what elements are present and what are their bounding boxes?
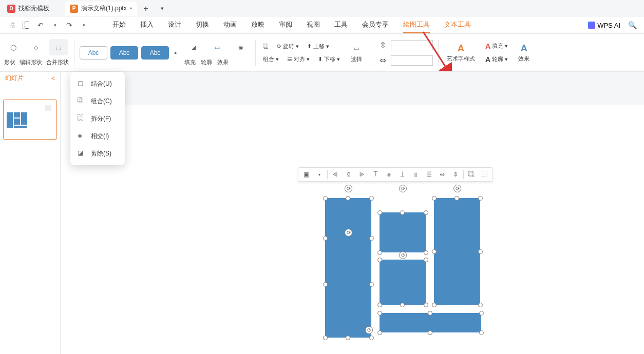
ribbon-tab-transition[interactable]: 切换 <box>196 17 209 33</box>
resize-handle[interactable] <box>478 249 483 254</box>
resize-handle[interactable] <box>400 303 405 307</box>
resize-handle[interactable] <box>432 196 437 201</box>
resize-handle[interactable] <box>323 196 328 201</box>
align-right-icon[interactable]: ⫸ <box>356 169 368 180</box>
move-down-button[interactable]: ⬇下移 ▾ <box>316 54 342 64</box>
merge-subtract[interactable]: ◪剪除(S) <box>70 145 125 162</box>
resize-handle[interactable] <box>323 282 328 287</box>
insert-shape-button[interactable]: ◯ <box>4 39 23 55</box>
ribbon-tab-animation[interactable]: 动画 <box>223 17 237 33</box>
text-effect-button[interactable]: A 效果 <box>515 41 533 65</box>
merge-intersect[interactable]: ◈相交(I) <box>70 127 125 145</box>
resize-handle[interactable] <box>369 336 374 340</box>
style-preset-3[interactable]: Abc <box>141 46 169 60</box>
ribbon-tab-review[interactable]: 审阅 <box>279 17 292 33</box>
redo-more-icon[interactable]: ▾ <box>78 19 89 31</box>
tab-presentation[interactable]: P 演示文稿(1).pptx • <box>65 2 137 16</box>
merge-combine[interactable]: ⿻组合(C) <box>70 92 125 110</box>
resize-handle[interactable] <box>369 282 374 287</box>
style-preset-1[interactable]: Abc <box>80 46 107 60</box>
ribbon-tab-view[interactable]: 视图 <box>307 17 320 33</box>
rotation-handle[interactable]: ⟳ <box>345 229 352 237</box>
same-height-icon[interactable]: ⇕ <box>450 169 461 180</box>
align-middle-v-icon[interactable]: ⟛ <box>383 169 394 180</box>
merge-shape-button[interactable]: ⬚ <box>49 39 68 55</box>
style-gallery-more[interactable]: ▸ <box>172 46 179 60</box>
resize-handle[interactable] <box>377 210 382 215</box>
resize-handle[interactable] <box>377 330 382 335</box>
shape-styles-gallery[interactable]: Abc Abc Abc ▸ <box>80 46 179 60</box>
align-button[interactable]: ☰对齐 ▾ <box>285 54 312 64</box>
text-outline-button[interactable]: A轮廓 ▾ <box>483 54 510 65</box>
align-bottom-icon[interactable]: ⟘ <box>396 169 408 180</box>
shape-fill-button[interactable]: ◢ <box>184 39 203 55</box>
resize-handle[interactable] <box>479 330 484 335</box>
ribbon-tab-tools[interactable]: 工具 <box>334 17 348 33</box>
shape-outline-button[interactable]: ▭ <box>208 39 226 55</box>
shape-rect-2[interactable] <box>380 212 426 252</box>
resize-handle[interactable] <box>479 311 484 316</box>
shape-effect-button[interactable]: ◉ <box>232 39 250 55</box>
resize-handle[interactable] <box>428 330 432 335</box>
new-tab-button[interactable]: + <box>138 2 154 16</box>
resize-handle[interactable] <box>346 196 350 201</box>
distribute-v-icon[interactable]: ☰ <box>423 169 434 180</box>
resize-handle[interactable] <box>323 336 328 340</box>
resize-handle[interactable] <box>428 311 432 316</box>
select-button[interactable]: ▭ 选择 <box>347 40 366 65</box>
resize-handle[interactable] <box>400 210 405 215</box>
rotation-handle[interactable]: ⟳ <box>345 185 352 192</box>
print-preview-icon[interactable]: ⿴ <box>21 19 32 31</box>
rotation-handle[interactable]: ⟳ <box>453 185 461 192</box>
resize-handle[interactable] <box>346 336 350 340</box>
slide-canvas[interactable]: ▣ ▾ ⫷ ⧲ ⫸ ⟙ ⟛ ⟘ ⫼ ☰ ⇔ ⇕ ⿻ ⿱ <box>61 72 644 354</box>
undo-more-icon[interactable]: ▾ <box>49 19 61 31</box>
rotation-handle[interactable]: ⟳ <box>399 185 407 192</box>
ribbon-tab-member[interactable]: 会员专享 <box>362 17 389 33</box>
search-icon[interactable]: 🔍 <box>627 19 638 31</box>
crop-icon[interactable]: ▣ <box>300 169 312 180</box>
ribbon-tab-design[interactable]: 设计 <box>168 17 181 33</box>
resize-handle[interactable] <box>323 236 328 241</box>
group-icon[interactable]: ⿻ <box>466 169 477 180</box>
resize-handle[interactable] <box>377 258 382 262</box>
slide-thumbnail-1[interactable] <box>3 100 57 140</box>
ribbon-tab-home[interactable]: 开始 <box>112 17 126 33</box>
same-width-icon[interactable]: ⇔ <box>437 169 448 180</box>
resize-handle[interactable] <box>424 250 428 255</box>
tab-menu-button[interactable]: ▾ <box>155 2 170 16</box>
print-icon[interactable]: 🖨 <box>6 19 17 31</box>
resize-handle[interactable] <box>377 303 382 307</box>
resize-handle[interactable] <box>478 303 483 307</box>
crop-more[interactable]: ▾ <box>314 169 325 180</box>
rotate-button[interactable]: ⟳旋转 ▾ <box>275 42 301 51</box>
shape-rect-4[interactable] <box>434 198 480 305</box>
resize-handle[interactable] <box>432 249 437 254</box>
merge-union[interactable]: ▢结合(U) <box>70 75 125 92</box>
resize-handle[interactable] <box>369 236 374 241</box>
move-up-button[interactable]: ⬆上移 ▾ <box>305 42 331 51</box>
undo-icon[interactable]: ↶ <box>35 19 46 31</box>
group-button[interactable]: ⿻ <box>261 42 271 51</box>
resize-handle[interactable] <box>454 196 459 201</box>
distribute-h-icon[interactable]: ⫼ <box>410 169 421 180</box>
align-top-icon[interactable]: ⟙ <box>370 169 381 180</box>
rotation-handle[interactable]: ⟳ <box>365 326 373 334</box>
ribbon-tab-slideshow[interactable]: 放映 <box>251 17 264 33</box>
resize-handle[interactable] <box>424 303 428 307</box>
resize-handle[interactable] <box>432 303 437 307</box>
resize-handle[interactable] <box>377 250 382 255</box>
align-center-h-icon[interactable]: ⧲ <box>343 169 354 180</box>
resize-handle[interactable] <box>369 196 374 201</box>
shape-rect-5[interactable] <box>380 313 481 332</box>
collapse-panel-icon[interactable]: < <box>51 75 55 82</box>
resize-handle[interactable] <box>424 210 428 215</box>
ribbon-tab-insert[interactable]: 插入 <box>140 17 154 33</box>
redo-icon[interactable]: ↷ <box>64 19 75 31</box>
merge-fragment[interactable]: ⿴拆分(F) <box>70 110 125 127</box>
edit-shape-button[interactable]: ◇ <box>27 39 45 55</box>
group-label-button[interactable]: 组合 ▾ <box>261 54 281 64</box>
tab-template-store[interactable]: D 找稻壳模板 <box>2 2 64 16</box>
shape-rect-3[interactable] <box>380 260 426 305</box>
style-preset-2[interactable]: Abc <box>110 46 138 60</box>
